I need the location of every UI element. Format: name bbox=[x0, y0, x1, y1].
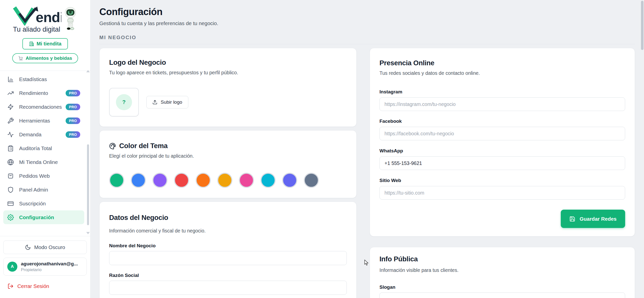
palette-icon bbox=[109, 143, 116, 149]
nombre-negocio-input[interactable] bbox=[109, 251, 347, 265]
section-label: MI NEGOCIO bbox=[99, 35, 635, 40]
save-icon bbox=[569, 216, 575, 222]
globe-icon bbox=[7, 159, 14, 165]
sidebar-item-estadisticas[interactable]: Estadísticas bbox=[3, 72, 84, 86]
theme-color-swatch-red[interactable] bbox=[174, 173, 189, 188]
pro-badge: PRO bbox=[66, 131, 80, 138]
card-description: Tu logo aparece en tickets, presupuestos… bbox=[109, 70, 347, 75]
instagram-input[interactable] bbox=[379, 97, 625, 111]
card-description: Elegí el color principal de tu aplicació… bbox=[109, 153, 347, 159]
sidebar-item-panel-admin[interactable]: Panel Admin bbox=[3, 183, 84, 197]
sidebar-item-auditoria-total[interactable]: Auditoría Total bbox=[3, 141, 84, 155]
card-title: Datos del Negocio bbox=[109, 213, 347, 222]
theme-color-swatch-purple[interactable] bbox=[152, 173, 167, 188]
logout-label: Cerrar Sesión bbox=[17, 283, 49, 289]
sitio-web-input[interactable] bbox=[379, 186, 625, 200]
sidebar-item-rendimiento[interactable]: Rendimiento PRO bbox=[3, 86, 84, 100]
sidebar-item-recomendaciones[interactable]: Recomendaciones PRO bbox=[3, 100, 84, 114]
user-card[interactable]: A aguerojonathanivan@g... Propietario bbox=[3, 258, 87, 276]
user-email: aguerojonathanivan@g... bbox=[21, 261, 78, 267]
sidebar-divider-top bbox=[0, 71, 90, 71]
card-title: Info Pública bbox=[379, 255, 625, 263]
sidebar-item-label: Demanda bbox=[19, 132, 41, 138]
slogan-input[interactable] bbox=[379, 292, 625, 298]
avatar: A bbox=[7, 262, 17, 272]
theme-color-swatch-orange[interactable] bbox=[196, 173, 211, 188]
razon-social-input[interactable] bbox=[109, 281, 347, 295]
logout-button[interactable]: Cerrar Sesión bbox=[8, 283, 49, 289]
sidebar-scrollbar-thumb[interactable] bbox=[87, 144, 89, 225]
brand-tagline: Tu aliado digital bbox=[13, 26, 60, 33]
sidebar-item-label: Auditoría Total bbox=[19, 145, 52, 151]
shopping-bag-icon bbox=[7, 173, 14, 179]
sidebar-item-demanda[interactable]: Demanda PRO bbox=[3, 128, 84, 141]
gear-icon bbox=[7, 214, 14, 221]
field-label-sitio-web: Sitio Web bbox=[379, 178, 625, 183]
sidebar-scroll-up-icon[interactable] bbox=[86, 70, 90, 72]
moon-icon bbox=[25, 244, 31, 250]
guardar-redes-button[interactable]: Guardar Redes bbox=[561, 210, 625, 228]
sidebar-item-herramientas[interactable]: Herramientas PRO bbox=[3, 114, 84, 128]
shield-icon bbox=[7, 187, 14, 193]
category-button[interactable]: Alimentos y bebidas bbox=[12, 53, 78, 63]
theme-color-swatch-amber[interactable] bbox=[217, 173, 232, 188]
robot-mascot-icon bbox=[62, 7, 78, 32]
sidebar-item-label: Suscripción bbox=[19, 201, 46, 207]
brand: endi Tu aliado digital bbox=[12, 6, 78, 33]
upload-logo-label: Subir logo bbox=[161, 99, 182, 105]
sidebar-item-label: Herramientas bbox=[19, 118, 50, 124]
theme-color-swatch-cyan[interactable] bbox=[261, 173, 276, 188]
bar-chart-icon bbox=[7, 76, 14, 83]
sidebar-item-mi-tienda-online[interactable]: Mi Tienda Online bbox=[3, 155, 84, 169]
sidebar-item-label: Estadísticas bbox=[19, 76, 47, 82]
window-scrollbar-thumb[interactable] bbox=[641, 1, 643, 50]
card-title: Logo del Negocio bbox=[109, 58, 347, 67]
card-description: Información visible para tus clientes. bbox=[379, 267, 625, 273]
theme-color-swatch-green[interactable] bbox=[109, 173, 124, 188]
dark-mode-button[interactable]: Modo Oscuro bbox=[3, 241, 87, 254]
upload-logo-button[interactable]: Subir logo bbox=[146, 96, 188, 108]
sidebar-item-label: Rendimiento bbox=[19, 90, 48, 96]
main-content: Configuración Gestioná tu cuenta y las p… bbox=[91, 0, 644, 298]
svg-text:endi: endi bbox=[36, 9, 61, 25]
facebook-input[interactable] bbox=[379, 127, 625, 140]
store-building-icon bbox=[29, 41, 34, 46]
sidebar-divider-bottom bbox=[0, 236, 90, 236]
pro-badge: PRO bbox=[66, 104, 80, 110]
logout-icon bbox=[8, 283, 14, 289]
sidebar-item-label: Panel Admin bbox=[19, 187, 48, 193]
card-description: Tus redes sociales y datos de contacto o… bbox=[379, 70, 625, 76]
card-presencia-online: Presencia Online Tus redes sociales y da… bbox=[370, 48, 635, 236]
theme-color-swatch-gray[interactable] bbox=[304, 173, 319, 188]
sidebar-scroll-down-icon[interactable] bbox=[86, 232, 90, 234]
sidebar-item-suscripcion[interactable]: Suscripción bbox=[3, 197, 84, 210]
sidebar-item-configuracion[interactable]: Configuración bbox=[3, 210, 84, 224]
sidebar-item-label: Pedidos Web bbox=[19, 173, 50, 179]
theme-color-swatches bbox=[109, 173, 347, 188]
my-store-button[interactable]: Mi tiendita bbox=[22, 38, 68, 49]
field-label-slogan: Slogan bbox=[379, 285, 625, 289]
section-divider bbox=[99, 44, 635, 44]
whatsapp-input[interactable] bbox=[379, 156, 625, 170]
sidebar-item-pedidos-web[interactable]: Pedidos Web bbox=[3, 169, 84, 183]
card-description: Información comercial y fiscal de tu neg… bbox=[109, 228, 347, 233]
card-logo-negocio: Logo del Negocio Tu logo aparece en tick… bbox=[99, 48, 357, 127]
field-label-nombre-negocio: Nombre del Negocio bbox=[109, 243, 347, 248]
zap-icon bbox=[7, 104, 14, 110]
pro-badge: PRO bbox=[66, 90, 80, 96]
logo-placeholder[interactable]: ? bbox=[109, 88, 139, 116]
field-label-instagram: Instagram bbox=[379, 89, 625, 94]
card-color-tema: Color del Tema Elegí el color principal … bbox=[99, 130, 357, 198]
card-title: Color del Tema bbox=[119, 142, 167, 150]
user-role: Propietario bbox=[21, 267, 78, 272]
dark-mode-label: Modo Oscuro bbox=[34, 244, 65, 250]
sidebar-item-label: Mi Tienda Online bbox=[19, 159, 58, 165]
upload-icon bbox=[152, 100, 157, 105]
theme-color-swatch-pink[interactable] bbox=[239, 173, 254, 188]
field-label-razon-social: Razón Social bbox=[109, 273, 347, 278]
theme-color-swatch-blue[interactable] bbox=[131, 173, 146, 188]
card-info-publica: Info Pública Información visible para tu… bbox=[370, 247, 635, 298]
sidebar-nav: Estadísticas Rendimiento PRO Recomendaci… bbox=[3, 72, 84, 224]
shopping-cart-icon bbox=[18, 56, 23, 61]
theme-color-swatch-indigo[interactable] bbox=[282, 173, 297, 188]
